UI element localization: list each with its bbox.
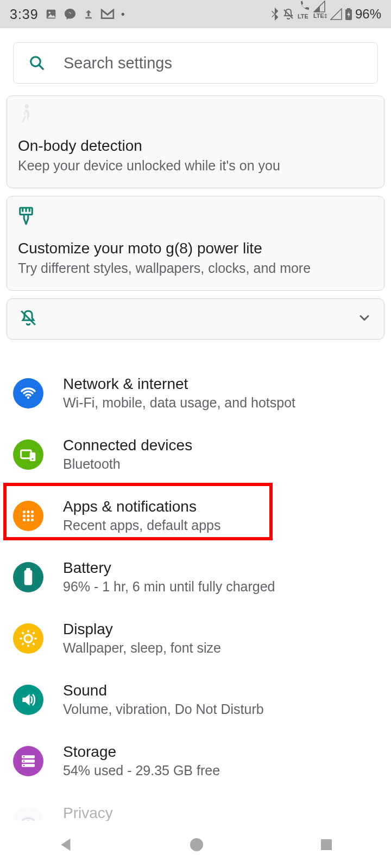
svg-point-22 <box>31 514 34 517</box>
privacy-icon <box>13 807 43 821</box>
card-title: On-body detection <box>18 137 373 155</box>
setting-subtitle: Wi-Fi, mobile, data usage, and hotspot <box>63 395 295 411</box>
svg-point-24 <box>27 519 30 521</box>
more-icon: • <box>121 8 125 21</box>
photo-icon <box>45 8 57 20</box>
svg-line-36 <box>22 643 24 644</box>
dnd-status-icon <box>282 8 295 21</box>
svg-rect-4 <box>347 8 350 10</box>
apps-icon <box>13 501 43 531</box>
svg-point-18 <box>27 510 30 513</box>
svg-line-34 <box>33 643 35 644</box>
svg-point-42 <box>23 764 25 766</box>
setting-title: Connected devices <box>63 437 192 454</box>
setting-title: Network & internet <box>63 375 295 393</box>
setting-title: Apps & notifications <box>63 498 220 515</box>
svg-rect-26 <box>24 570 33 585</box>
card-subtitle: Keep your device unlocked while it's on … <box>18 158 373 174</box>
card-subtitle: Try different styles, wallpapers, clocks… <box>18 260 373 276</box>
bell-off-icon <box>19 309 37 329</box>
setting-subtitle: 54% used - 29.35 GB free <box>63 763 220 778</box>
setting-title: Storage <box>63 743 220 761</box>
svg-line-6 <box>39 65 43 69</box>
setting-title: Privacy <box>63 805 326 821</box>
setting-subtitle: Recent apps, default apps <box>63 518 220 533</box>
svg-point-41 <box>23 760 25 762</box>
svg-point-20 <box>23 514 26 517</box>
svg-point-13 <box>27 396 29 398</box>
devices-icon <box>13 439 43 470</box>
setting-network[interactable]: Network & internet Wi-Fi, mobile, data u… <box>0 362 391 424</box>
setting-storage[interactable]: Storage 54% used - 29.35 GB free <box>0 730 391 792</box>
gmail-icon <box>100 9 115 20</box>
setting-subtitle: 96% - 1 hr, 6 min until fully charged <box>63 579 275 595</box>
status-time: 3:39 <box>10 7 39 22</box>
battery-menu-icon <box>13 562 43 592</box>
status-bar: 3:39 • LTE LTE‡ 96% <box>0 0 391 28</box>
wifi-icon <box>13 378 43 409</box>
chevron-down-icon <box>357 310 372 328</box>
card-onbody-detection[interactable]: On-body detection Keep your device unloc… <box>7 95 384 188</box>
storage-icon <box>13 746 43 776</box>
svg-point-23 <box>23 519 26 521</box>
setting-display[interactable]: Display Wallpaper, sleep, font size <box>0 608 391 669</box>
setting-apps-notifications[interactable]: Apps & notifications Recent apps, defaul… <box>0 485 391 546</box>
svg-line-35 <box>33 632 35 634</box>
svg-rect-14 <box>21 450 31 458</box>
setting-subtitle: Wallpaper, sleep, font size <box>63 640 221 656</box>
svg-point-40 <box>23 756 25 757</box>
setting-subtitle: Volume, vibration, Do Not Disturb <box>63 701 264 717</box>
brush-icon <box>18 206 373 224</box>
bluetooth-icon <box>270 7 279 21</box>
signal-1-icon: LTE‡ <box>313 1 327 28</box>
svg-point-7 <box>25 104 29 108</box>
messenger-icon <box>64 8 77 21</box>
navigation-bar <box>0 821 391 868</box>
svg-line-33 <box>22 632 24 634</box>
svg-point-1 <box>48 11 51 14</box>
walk-icon <box>18 104 373 121</box>
card-customize[interactable]: Customize your moto g(8) power lite Try … <box>7 196 384 291</box>
setting-sound[interactable]: Sound Volume, vibration, Do Not Disturb <box>0 669 391 730</box>
setting-battery[interactable]: Battery 96% - 1 hr, 6 min until fully ch… <box>0 546 391 608</box>
nav-home-button[interactable] <box>188 836 205 853</box>
nav-back-button[interactable] <box>56 835 75 854</box>
card-title: Customize your moto g(8) power lite <box>18 240 373 257</box>
setting-title: Battery <box>63 559 275 577</box>
svg-point-25 <box>31 519 34 521</box>
svg-point-19 <box>31 510 34 513</box>
volte-icon: LTE <box>298 0 311 29</box>
card-dnd-collapsed[interactable] <box>7 298 384 340</box>
svg-point-16 <box>31 458 33 459</box>
setting-privacy[interactable]: Privacy Permissions, account activity, p… <box>0 792 391 821</box>
battery-icon <box>345 8 352 21</box>
svg-rect-48 <box>321 839 332 850</box>
sound-icon <box>13 685 43 715</box>
search-placeholder: Search settings <box>64 54 172 72</box>
setting-connected-devices[interactable]: Connected devices Bluetooth <box>0 424 391 485</box>
search-settings-bar[interactable]: Search settings <box>13 42 378 84</box>
nav-recents-button[interactable] <box>318 837 335 853</box>
setting-subtitle: Bluetooth <box>63 456 192 472</box>
setting-title: Sound <box>63 682 264 699</box>
battery-percent: 96% <box>355 7 381 22</box>
svg-point-47 <box>190 838 203 851</box>
brightness-icon <box>13 623 43 654</box>
upload-icon <box>83 8 94 21</box>
setting-title: Display <box>63 621 221 638</box>
svg-rect-27 <box>26 568 30 571</box>
search-icon <box>29 55 45 71</box>
svg-point-21 <box>27 514 30 517</box>
svg-point-17 <box>23 510 26 513</box>
signal-2-icon <box>330 8 342 20</box>
